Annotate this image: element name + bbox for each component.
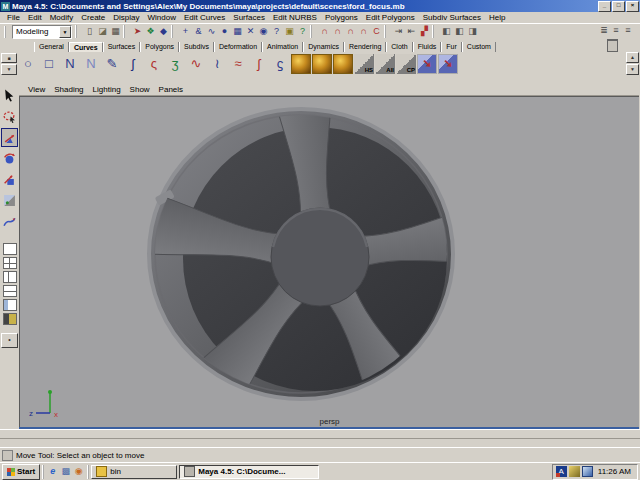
two-columns-layout-button[interactable] <box>3 271 17 283</box>
minimize-button[interactable]: _ <box>598 1 611 12</box>
menu-item[interactable]: Subdiv Surfaces <box>419 13 485 22</box>
attach-curves-icon[interactable]: ʒ <box>165 54 185 74</box>
shelf-tab[interactable]: Custom <box>462 42 496 52</box>
menu-item[interactable]: Edit Curves <box>180 13 229 22</box>
cp-display-icon[interactable]: CP <box>396 54 416 74</box>
menu-item[interactable]: Polygons <box>321 13 362 22</box>
menu-item[interactable]: Edit Polygons <box>362 13 419 22</box>
hull-smoothness-icon[interactable]: HS <box>354 54 374 74</box>
shelf-tab[interactable]: Curves <box>69 42 103 52</box>
shelf-tab[interactable]: Fluids <box>413 42 442 52</box>
shelf-tab[interactable]: General <box>34 42 69 52</box>
menu-item[interactable]: Help <box>485 13 509 22</box>
shelf-tab[interactable]: Subdivs <box>179 42 214 52</box>
status-icon[interactable] <box>310 25 317 38</box>
mask-surfaces-icon[interactable]: ● <box>218 25 231 38</box>
menu-set-selector[interactable]: Modeling ▼ <box>12 25 72 39</box>
task-bin[interactable]: bin <box>91 465 177 479</box>
panel-menu-item[interactable]: View <box>28 85 45 94</box>
snap-to-grid-icon[interactable]: ∩ <box>318 25 331 38</box>
shelf-tab[interactable]: Dynamics <box>303 42 344 52</box>
shelf-tab[interactable]: Fur <box>441 42 462 52</box>
extend-curve-icon[interactable]: ϛ <box>270 54 290 74</box>
show-manipulator-tool[interactable] <box>1 191 18 210</box>
close-button[interactable]: × <box>626 1 639 12</box>
menu-item[interactable]: File <box>3 13 24 22</box>
select-tool[interactable] <box>1 86 18 105</box>
highlight-selection-icon[interactable]: ? <box>296 25 309 38</box>
lasso-select-tool[interactable] <box>1 107 18 126</box>
cv-curve-tool-icon[interactable]: N <box>60 54 80 74</box>
new-scene-icon[interactable]: ▯ <box>83 25 96 38</box>
render-current-frame-icon[interactable]: ◧ <box>440 25 453 38</box>
command-line[interactable] <box>0 429 640 438</box>
shelf-scroll-down-icon[interactable]: ▼ <box>626 64 639 75</box>
perspective-viewport[interactable]: z x persp <box>19 96 639 427</box>
trash-icon[interactable] <box>607 39 618 52</box>
select-hierarchy-icon[interactable]: ➤ <box>131 25 144 38</box>
menu-item[interactable]: Surfaces <box>229 13 269 22</box>
panel-menu-item[interactable]: Shading <box>54 85 83 94</box>
render-globals-icon[interactable]: ◨ <box>466 25 479 38</box>
status-icon[interactable] <box>384 25 391 38</box>
pencil-curve-tool-icon[interactable]: ✎ <box>102 54 122 74</box>
mask-rendering-icon[interactable]: ◉ <box>257 25 270 38</box>
menu-item[interactable]: Edit NURBS <box>269 13 321 22</box>
reverse-curve-icon[interactable]: ς <box>144 54 164 74</box>
align-curves-icon[interactable]: ≀ <box>207 54 227 74</box>
shelf-tab[interactable]: Polygons <box>140 42 179 52</box>
hide-all-ui-icon[interactable]: ≡ <box>610 25 622 38</box>
last-tool[interactable] <box>1 212 18 231</box>
mask-misc-icon[interactable]: ? <box>270 25 283 38</box>
status-icon[interactable] <box>432 25 439 38</box>
maya-app-icon[interactable]: M <box>1 2 10 11</box>
ipr-render-icon[interactable]: ◧ <box>453 25 466 38</box>
snap-to-point-icon[interactable]: ∩ <box>344 25 357 38</box>
tray-icon-display[interactable] <box>582 466 593 477</box>
gold-material-swatch-1[interactable] <box>291 54 311 74</box>
open-scene-icon[interactable]: ◪ <box>96 25 109 38</box>
mask-parm-points-icon[interactable]: & <box>192 25 205 38</box>
all-smoothness-icon[interactable]: All <box>375 54 395 74</box>
rotate-tool[interactable] <box>1 149 18 168</box>
select-object-icon[interactable]: ❖ <box>144 25 157 38</box>
clock[interactable]: 11:26 AM <box>595 467 634 476</box>
show-all-ui-icon[interactable]: ≣ <box>598 25 610 38</box>
menu-item[interactable]: Window <box>144 13 180 22</box>
scale-tool[interactable] <box>1 170 18 189</box>
make-live-icon[interactable]: C <box>370 25 383 38</box>
menu-item[interactable]: Modify <box>46 13 78 22</box>
shelf-tab-menu-button[interactable]: ▼ <box>1 64 17 75</box>
mask-points-icon[interactable]: + <box>179 25 192 38</box>
insert-knot-icon[interactable]: ʃ <box>249 54 269 74</box>
drag-handle[interactable] <box>4 26 10 38</box>
paint-cube-icon-1[interactable]: ➘ <box>417 54 437 74</box>
input-connections-icon[interactable]: ⇥ <box>392 25 405 38</box>
ep-curve-tool-icon[interactable]: N <box>81 54 101 74</box>
shelf-tab[interactable]: Cloth <box>386 42 412 52</box>
show-desktop-icon[interactable]: ▩ <box>60 466 71 477</box>
mask-curves-icon[interactable]: ∿ <box>205 25 218 38</box>
hypershade-layout-button[interactable] <box>3 313 17 325</box>
tray-icon-volume[interactable] <box>569 466 580 477</box>
gold-material-swatch-3[interactable] <box>333 54 353 74</box>
snap-to-curve-icon[interactable]: ∩ <box>331 25 344 38</box>
shelf-tab[interactable]: Animation <box>262 42 303 52</box>
lock-icon[interactable]: ▣ <box>283 25 296 38</box>
move-tool[interactable] <box>1 128 18 147</box>
save-scene-icon[interactable]: ▦ <box>109 25 122 38</box>
shelf-tab[interactable]: Deformation <box>214 42 262 52</box>
shelf-tab[interactable]: Surfaces <box>103 42 141 52</box>
four-pane-layout-button[interactable] <box>3 257 17 269</box>
open-close-curve-icon[interactable]: ≈ <box>228 54 248 74</box>
paint-cube-icon-2[interactable]: ➘ <box>438 54 458 74</box>
media-player-icon[interactable]: ◉ <box>73 466 84 477</box>
shelf-tab[interactable]: Rendering <box>344 42 386 52</box>
mask-dynamics-icon[interactable]: ✕ <box>244 25 257 38</box>
chevron-down-icon[interactable]: ▼ <box>59 26 71 38</box>
panel-menu-item[interactable]: Lighting <box>93 85 121 94</box>
internet-explorer-icon[interactable]: e <box>47 466 58 477</box>
ui-visibility-icon[interactable]: ≡ <box>622 25 634 38</box>
shelf-item-menu-button[interactable]: ■ <box>1 53 17 64</box>
mask-deformations-icon[interactable]: ▦ <box>231 25 244 38</box>
